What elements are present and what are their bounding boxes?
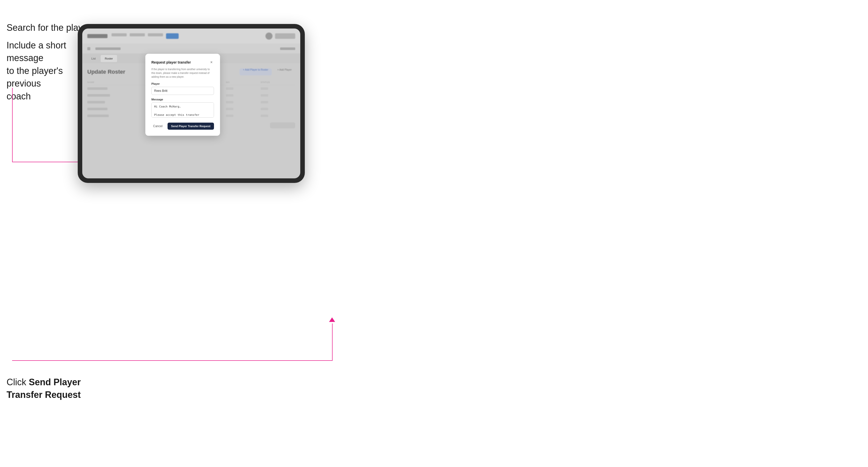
modal-header: Request player transfer × xyxy=(151,60,214,65)
modal-overlay: Request player transfer × If the player … xyxy=(82,29,300,178)
tablet-device: List Roster Update Roster + Add Player t… xyxy=(78,24,305,183)
message-textarea[interactable]: Hi Coach McHarg, Please accept this tran… xyxy=(151,102,214,118)
message-field-label: Message xyxy=(151,98,214,101)
tablet-screen: List Roster Update Roster + Add Player t… xyxy=(82,29,300,178)
arrow-head-2 xyxy=(329,317,335,322)
annotation-click-text: Click Send Player Transfer Request xyxy=(6,376,81,401)
player-field-label: Player xyxy=(151,82,214,85)
arrow-line-horizontal-2 xyxy=(12,360,333,361)
request-transfer-modal: Request player transfer × If the player … xyxy=(145,54,220,136)
modal-footer: Cancel Send Player Transfer Request xyxy=(151,123,214,130)
modal-description: If the player is transferring from anoth… xyxy=(151,67,214,79)
cancel-button[interactable]: Cancel xyxy=(151,123,165,129)
player-input[interactable] xyxy=(151,87,214,95)
send-transfer-request-button[interactable]: Send Player Transfer Request xyxy=(167,123,214,130)
arrow-line-vertical-2 xyxy=(332,323,333,361)
annotation-message-text: Include a short message to the player's … xyxy=(6,39,72,103)
modal-title: Request player transfer xyxy=(151,60,191,64)
modal-close-button[interactable]: × xyxy=(209,60,214,65)
arrow-line-vertical-1 xyxy=(12,88,12,162)
